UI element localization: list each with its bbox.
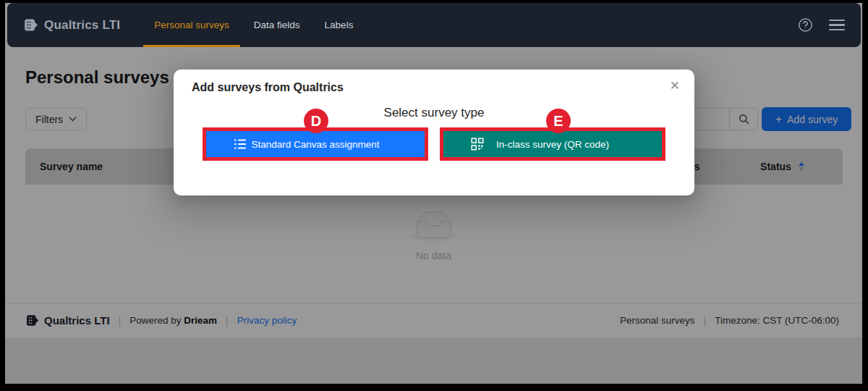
standard-canvas-assignment-button[interactable]: Standard Canvas assignment [206, 131, 425, 157]
brand: Qualtrics LTI [23, 17, 120, 33]
modal-subtitle: Select survey type [174, 106, 694, 120]
annotation-badge-d: D [304, 109, 328, 133]
tab-data-fields[interactable]: Data fields [242, 3, 312, 47]
help-icon[interactable] [798, 17, 813, 33]
annotation-badge-e: E [546, 109, 571, 133]
option-label: Standard Canvas assignment [251, 139, 379, 150]
tab-personal-surveys[interactable]: Personal surveys [142, 3, 242, 47]
add-surveys-modal: Add surveys from Qualtrics ✕ Select surv… [174, 70, 694, 196]
top-navbar: Qualtrics LTI Personal surveys Data fiel… [7, 3, 861, 47]
qr-code-icon [471, 138, 484, 151]
navbar-actions [798, 17, 845, 33]
brand-title: Qualtrics LTI [44, 18, 120, 33]
menu-icon[interactable] [829, 20, 845, 31]
in-class-survey-qr-button[interactable]: In-class survey (QR code) [443, 131, 662, 157]
app-frame: Qualtrics LTI Personal surveys Data fiel… [5, 3, 862, 384]
option-label: In-class survey (QR code) [496, 139, 609, 150]
tab-labels[interactable]: Labels [312, 3, 366, 47]
close-icon[interactable]: ✕ [670, 78, 680, 93]
modal-title: Add surveys from Qualtrics [192, 81, 344, 94]
qualtrics-lti-logo-icon [23, 17, 38, 33]
annotation-outline-e: In-class survey (QR code) [440, 127, 665, 161]
unordered-list-icon [234, 138, 247, 151]
nav-tabs: Personal surveys Data fields Labels [142, 3, 365, 47]
